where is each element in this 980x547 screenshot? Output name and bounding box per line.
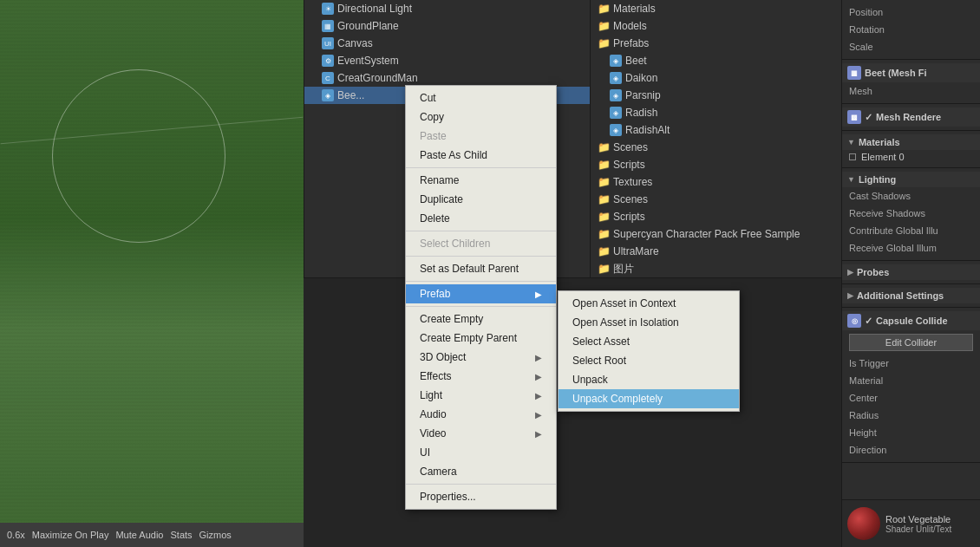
hierarchy-item-directionallight[interactable]: ☀ Directional Light <box>304 0 590 17</box>
maximize-button[interactable]: Maximize On Play <box>32 530 109 540</box>
mesh-renderer-checkbox[interactable]: ✓ <box>865 112 872 123</box>
shader-label: Shader <box>885 524 913 534</box>
ctx-camera[interactable]: Camera <box>406 462 556 481</box>
project-item-label: UltraMare <box>613 245 659 257</box>
folder-icon: 📁 <box>598 245 610 257</box>
canvas-icon: UI <box>322 37 334 49</box>
ctx-copy[interactable]: Copy <box>406 107 556 127</box>
ctx-audio[interactable]: Audio ▶ <box>406 405 556 424</box>
rotation-row: Rotation <box>842 21 980 38</box>
ctx-video-label: Video <box>420 427 446 440</box>
inspector-panel: Position Rotation Scale ▦ Beet (Mesh Fi … <box>841 0 980 547</box>
project-item-textures[interactable]: 📁 Textures <box>591 173 841 191</box>
project-item-ultramare[interactable]: 📁 UltraMare <box>591 243 841 260</box>
ctx-open-asset-context[interactable]: Open Asset in Context <box>559 294 739 313</box>
ctx-open-asset-isolation[interactable]: Open Asset in Isolation <box>559 313 739 332</box>
ctx-cut[interactable]: Cut <box>406 88 556 107</box>
radius-row: Radius <box>842 407 980 424</box>
project-item-scenes2[interactable]: 📁 Scenes <box>591 191 841 208</box>
collider-checkbox[interactable]: ✓ <box>865 316 872 327</box>
ctx-duplicate[interactable]: Duplicate <box>406 190 556 209</box>
video-arrow-icon: ▶ <box>535 429 542 439</box>
project-item-label: Models <box>613 20 647 32</box>
project-item-label: Prefabs <box>613 37 649 49</box>
hierarchy-item-eventsystem[interactable]: ⚙ EventSystem <box>304 52 590 69</box>
zoom-level: 0.6x <box>7 530 25 540</box>
hierarchy-item-creatgroundman[interactable]: C CreatGroundMan <box>304 69 590 87</box>
scale-row: Scale <box>842 38 980 55</box>
project-item-daikon[interactable]: ◈ Daikon <box>591 69 841 87</box>
material-name: Root Vegetable <box>885 514 976 524</box>
ctx-ui-label: UI <box>420 446 430 459</box>
mute-button[interactable]: Mute Audio <box>115 530 163 540</box>
probes-section: ▶ Probes <box>842 261 980 284</box>
project-item-label: Scripts <box>613 211 645 223</box>
stats-button[interactable]: Stats <box>170 530 192 540</box>
ctx-select-asset[interactable]: Select Asset <box>559 332 739 351</box>
project-item-scenes[interactable]: 📁 Scenes <box>591 139 841 156</box>
ctx-set-default-parent[interactable]: Set as Default Parent <box>406 259 556 278</box>
position-row: Position <box>842 3 980 21</box>
script-icon: C <box>322 72 334 84</box>
ctx-light[interactable]: Light ▶ <box>406 386 556 405</box>
mesh-renderer-label: Mesh Rendere <box>876 112 941 122</box>
hierarchy-item-label: EventSystem <box>337 55 399 67</box>
collider-material-label: Material <box>849 375 973 386</box>
project-item-scripts[interactable]: 📁 Scripts <box>591 156 841 173</box>
project-item-prefabs[interactable]: 📁 Prefabs <box>591 35 841 52</box>
materials-section: ▼ Materials Element 0 <box>842 131 980 168</box>
ctx-rename[interactable]: Rename <box>406 171 556 190</box>
hierarchy-item-groundplane[interactable]: ▦ GroundPlane <box>304 17 590 35</box>
ctx-paste[interactable]: Paste <box>406 127 556 146</box>
project-item-pictures[interactable]: 📁 图片 <box>591 260 841 277</box>
ctx-select-root[interactable]: Select Root <box>559 351 739 370</box>
gizmos-button[interactable]: Gizmos <box>199 530 232 540</box>
ctx-delete[interactable]: Delete <box>406 209 556 228</box>
capsule-collider-header: ◎ ✓ Capsule Collide <box>842 311 980 330</box>
ctx-separator-5 <box>406 306 556 307</box>
ctx-paste-as-child[interactable]: Paste As Child <box>406 146 556 165</box>
project-item-supercyan[interactable]: 📁 Supercyan Character Pack Free Sample <box>591 225 841 243</box>
ctx-create-empty-label: Create Empty <box>420 313 483 325</box>
ctx-set-default-parent-label: Set as Default Parent <box>420 263 519 275</box>
is-trigger-row: Is Trigger <box>842 355 980 372</box>
contribute-gi-label: Contribute Global Illu <box>849 225 973 236</box>
probes-triangle: ▶ <box>847 268 853 277</box>
ctx-prefab[interactable]: Prefab ▶ <box>406 284 556 303</box>
project-item-radish[interactable]: ◈ Radish <box>591 104 841 121</box>
ctx-ui[interactable]: UI <box>406 443 556 462</box>
project-item-beet[interactable]: ◈ Beet <box>591 52 841 69</box>
ctx-separator-2 <box>406 231 556 231</box>
project-item-models[interactable]: 📁 Models <box>591 17 841 35</box>
ctx-create-empty[interactable]: Create Empty <box>406 309 556 329</box>
ctx-properties[interactable]: Properties... <box>406 487 556 506</box>
ctx-select-asset-label: Select Asset <box>572 335 630 348</box>
folder-icon: 📁 <box>598 20 610 32</box>
project-item-materials[interactable]: 📁 Materials <box>591 0 841 17</box>
project-item-scripts2[interactable]: 📁 Scripts <box>591 208 841 225</box>
ctx-paste-child-label: Paste As Child <box>420 149 487 161</box>
folder-icon: 📁 <box>598 141 610 153</box>
ctx-effects[interactable]: Effects ▶ <box>406 367 556 386</box>
ctx-prefab-label: Prefab <box>420 288 450 300</box>
additional-label: Additional Settings <box>857 290 944 301</box>
ctx-unpack-completely[interactable]: Unpack Completely <box>559 389 739 408</box>
ctx-unpack[interactable]: Unpack <box>559 370 739 389</box>
project-item-parsnip[interactable]: ◈ Parsnip <box>591 87 841 104</box>
additional-triangle: ▶ <box>847 291 853 300</box>
ctx-select-children[interactable]: Select Children <box>406 234 556 253</box>
ctx-3d-object[interactable]: 3D Object ▶ <box>406 348 556 367</box>
prefab-icon: ◈ <box>610 107 622 119</box>
edit-collider-button[interactable]: Edit Collider <box>849 334 973 351</box>
project-item-label: Textures <box>613 176 652 188</box>
prefab-arrow-icon: ▶ <box>535 290 542 299</box>
ctx-create-empty-parent[interactable]: Create Empty Parent <box>406 329 556 348</box>
project-item-label: Supercyan Character Pack Free Sample <box>613 228 800 240</box>
ctx-video[interactable]: Video ▶ <box>406 424 556 443</box>
center-label: Center <box>849 393 973 403</box>
hierarchy-item-canvas[interactable]: UI Canvas <box>304 35 590 52</box>
materials-label: Materials <box>859 137 900 147</box>
scale-label: Scale <box>849 42 973 52</box>
groundplane-icon: ▦ <box>322 20 334 32</box>
project-item-radishalt[interactable]: ◈ RadishAlt <box>591 121 841 139</box>
